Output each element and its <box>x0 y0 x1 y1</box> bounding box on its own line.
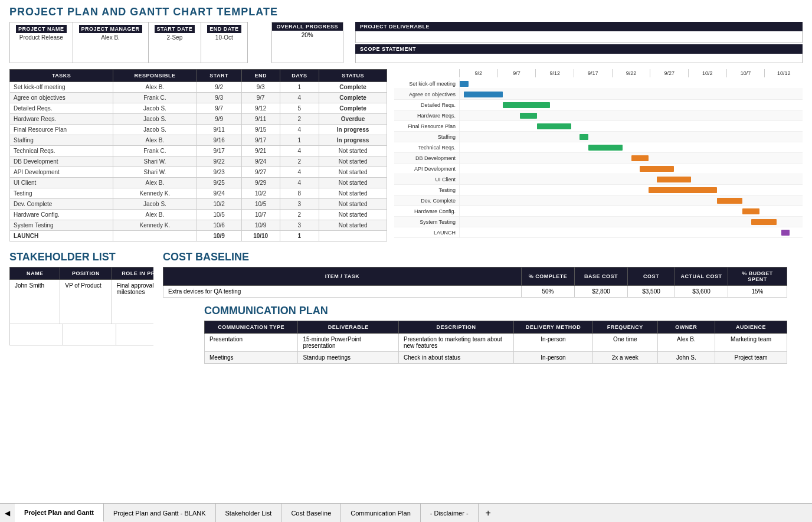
gantt-bar <box>520 113 537 119</box>
task-days-cell: 1 <box>280 231 319 242</box>
task-end-cell: 9/15 <box>241 125 280 135</box>
gantt-row-label: Set kick-off meeting <box>394 81 459 87</box>
task-days-cell: 2 <box>280 114 319 125</box>
gantt-row-bars <box>459 89 803 99</box>
gantt-date-label: 10/2 <box>688 69 726 77</box>
task-responsible-cell: Alex B. <box>113 135 197 146</box>
gantt-row-label: System Testing <box>394 219 459 225</box>
task-days-cell: 1 <box>280 135 319 146</box>
gantt-dates: 9/29/79/129/179/229/2710/210/710/12 <box>459 69 803 77</box>
gantt-row-bars <box>459 174 803 184</box>
task-end-cell: 10/7 <box>241 210 280 220</box>
task-name-cell: Final Resource Plan <box>10 125 113 135</box>
task-start-cell: 9/9 <box>197 114 241 125</box>
gantt-row: Agree on objectives <box>394 89 803 100</box>
meta-manager-label: PROJECT MANAGER <box>79 25 142 33</box>
cp-col-freq: FREQUENCY <box>592 321 657 334</box>
task-status-cell: Not started <box>319 220 387 231</box>
task-row: System Testing Kennedy K. 10/6 10/9 3 No… <box>10 220 387 231</box>
task-name-cell: Hardware Reqs. <box>10 114 113 125</box>
task-name-cell: System Testing <box>10 220 113 231</box>
task-row: Technical Reqs. Frank C. 9/17 9/21 4 Not… <box>10 146 387 156</box>
task-end-cell: 10/10 <box>241 231 280 242</box>
gantt-bar <box>588 145 623 151</box>
task-end-cell: 9/3 <box>241 82 280 93</box>
gantt-row: API Development <box>394 164 803 174</box>
meta-project-name-label: PROJECT NAME <box>16 25 67 33</box>
tab-communication-plan[interactable]: Communication Plan <box>341 504 421 522</box>
scope-header: SCOPE STATEMENT <box>355 44 803 54</box>
gantt-row-label: Testing <box>394 187 459 193</box>
tab-project-plan-blank[interactable]: Project Plan and Gantt - BLANK <box>104 504 216 522</box>
task-status-cell: In progress <box>319 135 387 146</box>
task-start-cell: 10/9 <box>197 231 241 242</box>
task-end-cell: 10/9 <box>241 220 280 231</box>
gantt-date-label: 9/7 <box>497 69 536 77</box>
gantt-bar <box>460 81 469 87</box>
task-row: Hardware Config. Alex B. 10/5 10/7 2 Not… <box>10 210 387 220</box>
page-wrapper: PROJECT PLAN AND GANTT CHART TEMPLATE PR… <box>0 0 812 522</box>
cp-freq: 2x a week <box>592 352 657 364</box>
task-responsible-cell: Jacob S. <box>113 103 197 114</box>
gantt-row-bars <box>459 195 803 205</box>
gantt-row-label: Hardware Config. <box>394 208 459 214</box>
task-start-cell: 10/2 <box>197 199 241 210</box>
task-row: Hardware Reqs. Jacob S. 9/9 9/11 2 Overd… <box>10 114 387 125</box>
gantt-row: Dev. Complete <box>394 195 803 206</box>
comm-plan-panel: COMMUNICATION PLAN COMMUNICATION TYPE DE… <box>204 302 787 364</box>
tab-project-plan-gantt[interactable]: Project Plan and Gantt <box>15 504 104 522</box>
gantt-bar <box>742 208 759 214</box>
cost-baseline-title: COST BASELINE <box>163 249 787 267</box>
cb-col-base: BASE COST <box>575 267 628 286</box>
task-name-cell: Hardware Config. <box>10 210 113 220</box>
scope-body <box>355 54 803 63</box>
cp-col-owner: OWNER <box>657 321 715 334</box>
cb-pct: 50% <box>522 286 575 298</box>
task-days-cell: 5 <box>280 103 319 114</box>
cp-type: Meetings <box>205 352 298 364</box>
gantt-row: Final Resource Plan <box>394 121 803 132</box>
gantt-bar <box>579 134 588 140</box>
cp-desc: Presentation to marketing team about new… <box>398 334 513 352</box>
task-start-cell: 9/16 <box>197 135 241 146</box>
gantt-row-bars <box>459 164 803 174</box>
task-end-cell: 9/17 <box>241 135 280 146</box>
comm-plan-table: COMMUNICATION TYPE DELIVERABLE DESCRIPTI… <box>204 321 787 364</box>
task-name-cell: LAUNCH <box>10 231 113 242</box>
meta-progress-cell: OVERALL PROGRESS 20% <box>271 22 343 63</box>
gantt-row-label: Hardware Reqs. <box>394 113 459 119</box>
comm-header-row: COMMUNICATION TYPE DELIVERABLE DESCRIPTI… <box>205 321 787 334</box>
task-start-cell: 9/11 <box>197 125 241 135</box>
gantt-row: Staffing <box>394 132 803 142</box>
cp-col-type: COMMUNICATION TYPE <box>205 321 298 334</box>
sh-col-position: POSITION <box>60 267 112 280</box>
task-header-row: TASKS RESPONSIBLE START END DAYS STATUS <box>10 70 387 82</box>
task-name-cell: Dev. Complete <box>10 199 113 210</box>
gantt-row-label: LAUNCH <box>394 230 459 236</box>
meta-end-label: END DATE <box>207 25 241 33</box>
tab-cost-baseline[interactable]: Cost Baseline <box>281 504 341 522</box>
gantt-bar <box>657 177 691 182</box>
sh-position: VP of Product <box>60 280 112 324</box>
task-responsible-cell: Frank C. <box>113 93 197 103</box>
tab-disclaimer[interactable]: - Disclaimer - <box>421 504 479 522</box>
tab-nav-left[interactable]: ◀ <box>0 504 15 522</box>
tab-add-button[interactable]: + <box>479 504 498 522</box>
col-days: DAYS <box>280 70 319 82</box>
task-days-cell: 4 <box>280 178 319 188</box>
task-status-cell <box>319 231 387 242</box>
cb-item: Extra devices for QA testing <box>163 286 522 298</box>
task-row: Staffing Alex B. 9/16 9/17 1 In progress <box>10 135 387 146</box>
task-table: TASKS RESPONSIBLE START END DAYS STATUS … <box>9 69 387 242</box>
cb-cost: $3,500 <box>628 286 675 298</box>
gantt-date-label: 9/27 <box>650 69 688 77</box>
meta-section: PROJECT NAME Product Release PROJECT MAN… <box>0 22 812 63</box>
gantt-row: Hardware Reqs. <box>394 110 803 121</box>
cp-deliverable: Standup meetings <box>298 352 399 364</box>
gantt-row-bars <box>459 153 803 163</box>
meta-start-label: START DATE <box>155 25 195 33</box>
task-responsible-cell: Jacob S. <box>113 114 197 125</box>
tab-stakeholder-list[interactable]: Stakeholder List <box>216 504 282 522</box>
gantt-row-label: Staffing <box>394 134 459 140</box>
task-row: Set kick-off meeting Alex B. 9/2 9/3 1 C… <box>10 82 387 93</box>
